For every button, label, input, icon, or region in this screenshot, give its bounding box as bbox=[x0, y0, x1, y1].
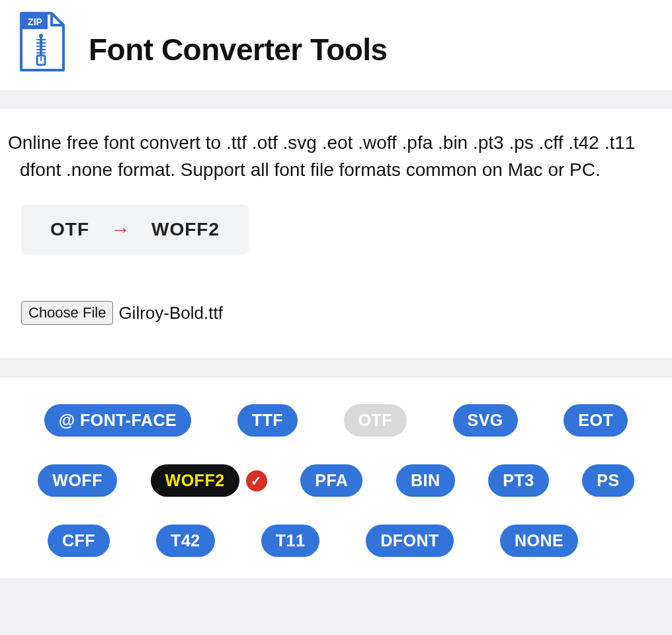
format-font-face[interactable]: @ FONT-FACE bbox=[44, 404, 192, 437]
format-svg[interactable]: SVG bbox=[453, 404, 518, 437]
page-title: Font Converter Tools bbox=[89, 17, 388, 67]
format-pfa[interactable]: PFA bbox=[300, 464, 362, 497]
format-ps[interactable]: PS bbox=[582, 464, 634, 497]
format-row-2: WOFF WOFF2 ✓ PFA BIN PT3 PS bbox=[0, 464, 672, 497]
conversion-from: OTF bbox=[50, 219, 89, 240]
format-woff[interactable]: WOFF bbox=[38, 464, 117, 497]
format-woff2-wrap: WOFF2 ✓ bbox=[151, 464, 267, 497]
arrow-right-icon: → bbox=[110, 220, 130, 239]
zip-file-icon: ZIP bbox=[19, 12, 66, 71]
format-bin[interactable]: BIN bbox=[396, 464, 455, 497]
description-text: Online free font convert to .ttf .otf .s… bbox=[0, 130, 672, 183]
svg-text:ZIP: ZIP bbox=[28, 17, 42, 27]
format-t11[interactable]: T11 bbox=[261, 525, 320, 557]
format-none[interactable]: NONE bbox=[500, 525, 578, 557]
chosen-filename: Gilroy-Bold.ttf bbox=[118, 303, 223, 323]
check-icon: ✓ bbox=[246, 470, 267, 491]
format-pt3[interactable]: PT3 bbox=[488, 464, 548, 497]
conversion-badge: OTF → WOFF2 bbox=[21, 204, 249, 255]
formats-section: @ FONT-FACE TTF OTF SVG EOT WOFF WOFF2 ✓… bbox=[0, 378, 672, 578]
format-row-3: CFF T42 T11 DFONT NONE bbox=[0, 525, 672, 557]
choose-file-button[interactable]: Choose File bbox=[21, 301, 113, 325]
format-ttf[interactable]: TTF bbox=[237, 404, 298, 437]
format-eot[interactable]: EOT bbox=[564, 404, 628, 437]
format-otf: OTF bbox=[344, 404, 407, 437]
format-dfont[interactable]: DFONT bbox=[366, 525, 454, 557]
format-woff2[interactable]: WOFF2 bbox=[151, 464, 239, 497]
format-row-1: @ FONT-FACE TTF OTF SVG EOT bbox=[0, 404, 672, 437]
description-section: Online free font convert to .ttf .otf .s… bbox=[0, 108, 672, 358]
format-t42[interactable]: T42 bbox=[156, 525, 215, 557]
header: ZIP Font Converter Tools bbox=[0, 0, 672, 90]
format-cff[interactable]: CFF bbox=[48, 525, 110, 557]
conversion-to: WOFF2 bbox=[151, 219, 220, 240]
file-chooser: Choose File Gilroy-Bold.ttf bbox=[21, 301, 672, 325]
